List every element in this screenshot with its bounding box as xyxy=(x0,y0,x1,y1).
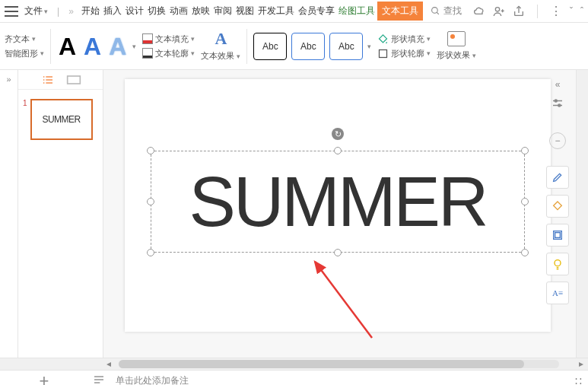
minus-zoom-button[interactable]: − xyxy=(549,132,566,149)
svg-point-0 xyxy=(431,8,437,14)
resize-handle-br[interactable] xyxy=(521,249,529,256)
search-icon xyxy=(431,6,440,16)
slide[interactable]: ↻ SUMMER xyxy=(125,79,551,332)
divider xyxy=(50,29,51,64)
wordart-style-2[interactable]: A xyxy=(82,33,103,60)
tab-slideshow[interactable]: 放映 xyxy=(190,2,211,21)
outline-collapse-toggle[interactable]: » xyxy=(0,70,18,358)
notes-placeholder[interactable]: 单击此处添加备注 xyxy=(116,374,189,385)
tab-animation[interactable]: 动画 xyxy=(168,2,189,21)
tab-review[interactable]: 审阅 xyxy=(212,2,234,21)
svg-line-14 xyxy=(315,262,372,338)
vertical-scrollbar[interactable] xyxy=(576,70,588,358)
tab-start[interactable]: 开始 xyxy=(80,2,101,21)
tab-member[interactable]: 会员专享 xyxy=(297,2,336,21)
scrollbar-thumb[interactable] xyxy=(119,360,524,368)
svg-point-2 xyxy=(495,7,499,11)
shape-fill-button[interactable]: 形状填充▾ xyxy=(377,33,431,45)
tab-drawing-tools[interactable]: 绘图工具 xyxy=(337,2,377,21)
horizontal-scrollbar[interactable] xyxy=(119,360,559,368)
horizontal-scrollbar-row: ◂ ▸ xyxy=(0,358,588,370)
file-menu[interactable]: 文件 ▾ xyxy=(21,5,51,18)
side-expand-icon[interactable]: « xyxy=(555,79,561,90)
expand-ribbon-icon[interactable]: ˆ xyxy=(580,6,583,17)
top-right-icons: ⋮ ˇ ˆ xyxy=(473,4,583,18)
resize-handle-tm[interactable] xyxy=(334,147,342,154)
cloud-icon[interactable] xyxy=(473,5,485,18)
slide-number: 1 xyxy=(23,99,27,140)
smart-graphic-button[interactable]: 智能图形▾ xyxy=(5,48,44,59)
panel-view-switch xyxy=(18,70,103,90)
svg-rect-6 xyxy=(380,49,387,57)
divider xyxy=(246,29,247,64)
thumbnail-list: 1 SUMMER xyxy=(18,90,103,149)
ribbon: 齐文本▾ 智能图形▾ A A A ▾ 文本填充▾ 文本轮廓▾ A 文本效果▾ A… xyxy=(0,23,588,70)
slide-thumbnail-1[interactable]: 1 SUMMER xyxy=(23,99,98,140)
share-icon[interactable] xyxy=(513,5,525,18)
scroll-left-icon[interactable]: ◂ xyxy=(103,358,114,370)
thumbnail-view-button[interactable] xyxy=(65,74,83,86)
file-menu-label: 文件 xyxy=(24,5,43,18)
status-more-icon[interactable]: ∷ xyxy=(575,375,582,386)
shape-styles: Abc Abc Abc ▾ xyxy=(253,33,371,60)
separator: | xyxy=(54,6,62,17)
text-box-selected[interactable]: ↻ SUMMER xyxy=(151,151,525,253)
shape-format-group: 形状填充▾ 形状轮廓▾ xyxy=(377,33,431,59)
svg-line-1 xyxy=(437,12,439,14)
shape-effect-group[interactable]: 形状效果▾ xyxy=(437,31,476,61)
text-outline-button[interactable]: 文本轮廓▾ xyxy=(142,48,195,59)
shape-outline-icon xyxy=(377,48,389,59)
text-fill-button[interactable]: 文本填充▾ xyxy=(142,33,195,45)
wordart-style-1[interactable]: A xyxy=(57,33,78,60)
tab-design[interactable]: 设计 xyxy=(124,2,145,21)
tab-view[interactable]: 视图 xyxy=(234,2,256,21)
menu-bar: 文件 ▾ | » 开始 插入 设计 切换 动画 放映 审阅 视图 开发工具 会员… xyxy=(0,0,588,23)
search-box[interactable]: 查找 xyxy=(431,5,462,18)
wordart-styles: A A A ▾ xyxy=(57,33,136,60)
resize-handle-tl[interactable] xyxy=(147,147,154,154)
text-select-tool-button[interactable]: A≡ xyxy=(546,282,569,304)
idea-tool-button[interactable] xyxy=(546,253,569,275)
more-icon[interactable]: » xyxy=(65,6,77,17)
user-add-icon[interactable] xyxy=(493,5,505,18)
resize-handle-mr[interactable] xyxy=(521,198,529,205)
shape-style-1[interactable]: Abc xyxy=(253,33,287,60)
shape-style-3[interactable]: Abc xyxy=(329,33,363,60)
template-tool-button[interactable] xyxy=(546,224,569,247)
more-menu-icon[interactable]: ⋮ xyxy=(550,4,562,18)
svg-point-21 xyxy=(555,260,561,266)
text-content[interactable]: SUMMER xyxy=(151,151,525,253)
tab-developer[interactable]: 开发工具 xyxy=(256,2,296,21)
svg-rect-13 xyxy=(67,76,80,84)
tab-transition[interactable]: 切换 xyxy=(146,2,167,21)
resize-handle-bl[interactable] xyxy=(147,249,154,256)
align-text-button[interactable]: 齐文本▾ xyxy=(5,33,44,45)
rotate-handle[interactable]: ↻ xyxy=(332,128,344,140)
bucket-tool-button[interactable] xyxy=(546,195,569,218)
paragraph-group: 齐文本▾ 智能图形▾ xyxy=(5,33,44,59)
notes-icon[interactable] xyxy=(93,374,105,385)
hamburger-icon[interactable] xyxy=(5,6,18,17)
shape-effect-icon xyxy=(447,31,466,46)
shape-outline-button[interactable]: 形状轮廓▾ xyxy=(377,48,431,59)
collapse-ribbon-icon[interactable]: ˇ xyxy=(570,6,573,17)
wordart-style-3[interactable]: A xyxy=(107,33,128,60)
wordart-more-icon[interactable]: ▾ xyxy=(132,43,136,50)
resize-handle-ml[interactable] xyxy=(147,198,154,205)
svg-rect-20 xyxy=(555,233,561,238)
text-effect-group[interactable]: A 文本效果▾ xyxy=(201,30,240,62)
shape-style-more-icon[interactable]: ▾ xyxy=(367,43,371,50)
slide-canvas-area: ↻ SUMMER « − xyxy=(103,70,588,358)
text-outline-icon xyxy=(142,48,153,59)
tab-text-tools[interactable]: 文本工具 xyxy=(377,2,423,21)
scroll-right-icon[interactable]: ▸ xyxy=(574,358,588,370)
side-toolbar: « − A≡ xyxy=(541,79,574,304)
add-slide-button[interactable]: + xyxy=(6,371,82,386)
pen-tool-button[interactable] xyxy=(546,166,569,189)
settings-sliders-icon[interactable] xyxy=(551,97,564,111)
shape-style-2[interactable]: Abc xyxy=(291,33,325,60)
outline-view-button[interactable] xyxy=(39,74,57,86)
resize-handle-bm[interactable] xyxy=(334,249,342,256)
tab-insert[interactable]: 插入 xyxy=(102,2,123,21)
resize-handle-tr[interactable] xyxy=(521,147,529,154)
